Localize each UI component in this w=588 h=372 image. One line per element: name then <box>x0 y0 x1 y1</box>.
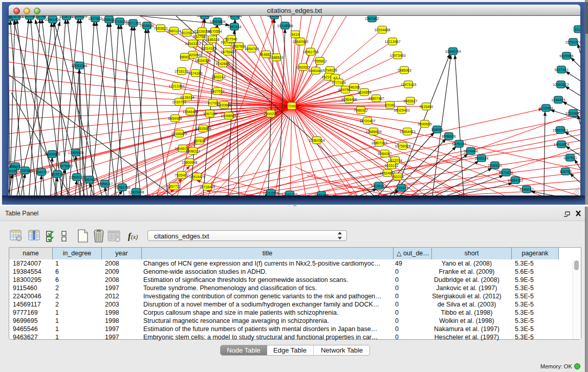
svg-text:7632621: 7632621 <box>488 164 502 167</box>
svg-text:17359924: 17359924 <box>68 151 83 155</box>
svg-text:1112: 1112 <box>575 28 580 31</box>
svg-text:13241736: 13241736 <box>281 193 297 196</box>
svg-text:6854988: 6854988 <box>168 117 182 120</box>
svg-text:3912934: 3912934 <box>180 31 193 35</box>
svg-text:2967608: 2967608 <box>232 45 246 48</box>
svg-text:1588520: 1588520 <box>269 56 283 59</box>
svg-text:15692911: 15692911 <box>553 128 569 132</box>
svg-text:20691406: 20691406 <box>45 18 60 21</box>
svg-text:13975887: 13975887 <box>57 164 73 168</box>
svg-text:1527602: 1527602 <box>88 17 102 20</box>
svg-text:8813054: 8813054 <box>267 16 281 17</box>
svg-text:12213967: 12213967 <box>384 40 400 43</box>
svg-text:19166825: 19166825 <box>171 132 187 136</box>
svg-text:16671355: 16671355 <box>125 21 141 25</box>
svg-text:16914479: 16914479 <box>189 175 205 179</box>
svg-text:10025433: 10025433 <box>394 108 409 112</box>
svg-text:10756928: 10756928 <box>395 144 410 148</box>
svg-text:15809948: 15809948 <box>181 161 197 164</box>
svg-text:5419: 5419 <box>291 33 299 36</box>
svg-text:164095: 164095 <box>431 128 443 132</box>
svg-text:19098556: 19098556 <box>221 114 236 118</box>
svg-text:927546: 927546 <box>225 37 237 41</box>
svg-text:62160: 62160 <box>385 103 395 107</box>
svg-text:1362615: 1362615 <box>296 65 310 69</box>
svg-text:2387682: 2387682 <box>365 17 379 20</box>
svg-text:6128434: 6128434 <box>180 96 194 99</box>
svg-text:10154838: 10154838 <box>374 28 390 32</box>
svg-text:13546466: 13546466 <box>182 110 198 114</box>
svg-text:1615132: 1615132 <box>384 164 398 167</box>
svg-text:9329966: 9329966 <box>559 54 573 58</box>
svg-text:41700: 41700 <box>208 101 218 105</box>
svg-text:9242848: 9242848 <box>215 62 229 65</box>
svg-text:13524861: 13524861 <box>379 171 395 175</box>
svg-text:2935114: 2935114 <box>475 157 489 160</box>
svg-text:1733426: 1733426 <box>394 186 408 190</box>
svg-text:2457954: 2457954 <box>228 16 242 18</box>
svg-text:12213369: 12213369 <box>168 84 184 88</box>
svg-text:9699695: 9699695 <box>418 122 431 126</box>
svg-text:7955812: 7955812 <box>313 59 326 63</box>
svg-text:17957825: 17957825 <box>81 178 97 182</box>
svg-text:8938928: 8938928 <box>442 135 455 138</box>
svg-text:8186328: 8186328 <box>205 38 219 41</box>
svg-text:746266: 746266 <box>348 85 360 89</box>
svg-text:126753: 126753 <box>559 170 571 173</box>
svg-text:13134457: 13134457 <box>9 161 10 165</box>
svg-text:13640910: 13640910 <box>292 40 308 43</box>
svg-text:10654112: 10654112 <box>508 179 524 182</box>
svg-text:98961: 98961 <box>180 55 190 59</box>
svg-text:12975115: 12975115 <box>401 83 417 86</box>
svg-text:6457765: 6457765 <box>314 193 328 196</box>
svg-text:3624554: 3624554 <box>357 91 371 94</box>
svg-text:6794028: 6794028 <box>323 69 337 72</box>
svg-text:2718176: 2718176 <box>175 70 188 73</box>
svg-text:6479197: 6479197 <box>452 142 466 146</box>
svg-text:16213925: 16213925 <box>263 191 278 195</box>
svg-text:20206536: 20206536 <box>44 152 60 156</box>
svg-text:3215958: 3215958 <box>539 106 553 110</box>
svg-text:252214: 252214 <box>391 175 403 179</box>
svg-text:10958117: 10958117 <box>97 182 113 186</box>
svg-text:16782759: 16782759 <box>114 186 130 189</box>
svg-text:12294238: 12294238 <box>71 16 87 18</box>
svg-text:7663822: 7663822 <box>154 27 167 30</box>
svg-text:1167531: 1167531 <box>563 156 577 160</box>
svg-text:3267110: 3267110 <box>203 112 217 116</box>
svg-text:1244415: 1244415 <box>551 98 565 102</box>
svg-text:18724007: 18724007 <box>284 104 299 108</box>
svg-text:9498222: 9498222 <box>186 149 200 153</box>
svg-text:15716485: 15716485 <box>199 185 215 189</box>
svg-text:12923448: 12923448 <box>128 190 144 194</box>
svg-text:(x): (x) <box>131 233 138 240</box>
svg-text:10848784: 10848784 <box>445 50 461 53</box>
svg-text:12093822: 12093822 <box>553 83 569 86</box>
svg-text:6420686: 6420686 <box>217 103 231 107</box>
svg-text:7485063: 7485063 <box>397 69 411 72</box>
svg-text:7986322: 7986322 <box>354 108 367 112</box>
svg-text:9777169: 9777169 <box>332 81 345 84</box>
svg-text:20364436: 20364436 <box>341 98 357 101</box>
svg-text:18807249: 18807249 <box>371 141 387 145</box>
svg-text:12942737: 12942737 <box>33 170 49 174</box>
svg-text:9427512: 9427512 <box>210 90 224 93</box>
svg-text:16961758: 16961758 <box>302 50 318 54</box>
svg-text:10807487: 10807487 <box>368 97 384 100</box>
svg-text:2803144: 2803144 <box>211 75 225 79</box>
svg-text:19218586: 19218586 <box>277 24 293 28</box>
svg-text:7674349: 7674349 <box>188 72 202 75</box>
svg-text:15720407: 15720407 <box>359 119 375 123</box>
svg-text:8454749: 8454749 <box>245 47 258 51</box>
svg-text:4570554: 4570554 <box>208 30 222 33</box>
svg-text:7515526: 7515526 <box>140 24 154 28</box>
svg-text:10210643: 10210643 <box>565 112 580 115</box>
svg-text:9245012: 9245012 <box>519 188 533 191</box>
svg-text:9463627: 9463627 <box>403 99 417 103</box>
svg-text:19654923: 19654923 <box>399 130 415 134</box>
svg-text:3960124: 3960124 <box>167 29 181 33</box>
svg-text:10688609: 10688609 <box>365 130 381 134</box>
svg-text:3475645: 3475645 <box>221 50 234 54</box>
svg-text:9227343: 9227343 <box>554 68 568 72</box>
svg-text:9474444: 9474444 <box>464 149 477 153</box>
